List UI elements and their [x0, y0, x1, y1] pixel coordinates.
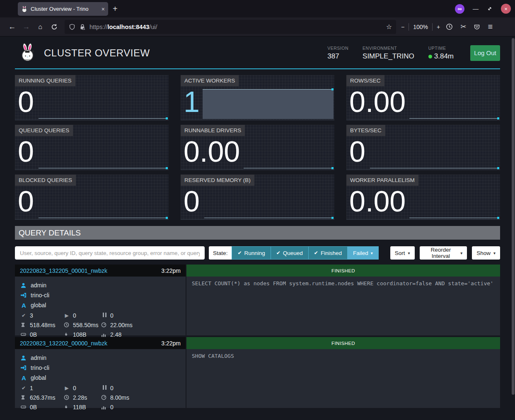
stat-label: RUNNING QUERIES — [15, 75, 75, 86]
history-clock-icon[interactable] — [446, 23, 453, 30]
window-restore-button[interactable] — [487, 6, 493, 12]
query-sql-text[interactable]: SHOW CATALOGS — [186, 349, 500, 408]
cpu-time-gauge-icon — [101, 395, 107, 400]
browser-titlebar: Cluster Overview - Trino × + ∞ — × — [0, 0, 515, 17]
zoom-in-button[interactable]: + — [437, 24, 440, 30]
cumulative-memory-flame-icon — [64, 332, 70, 337]
filter-label: Failed — [353, 250, 368, 256]
cpu-time: 22.00ms — [110, 322, 133, 328]
sparkline — [409, 118, 499, 119]
sort-dropdown[interactable]: Sort ▾ — [390, 246, 415, 260]
back-button[interactable]: ← — [5, 22, 19, 31]
total-time: 2.28s — [73, 394, 87, 401]
stat-value: 0 — [184, 187, 334, 216]
query-user: admin — [31, 282, 46, 289]
check-icon: ✔ — [314, 250, 318, 256]
stat-card-active-workers: ACTIVE WORKERS 1 — [181, 75, 334, 120]
home-button[interactable]: ⌂ — [33, 23, 47, 31]
queued-splits: 0 — [110, 385, 114, 391]
filter-running-button[interactable]: ✔ Running — [232, 246, 271, 260]
chevron-down-icon: ▾ — [460, 251, 462, 255]
screenshot-scissors-icon[interactable]: ✂ — [460, 22, 466, 31]
version-metric: VERSION 387 — [327, 46, 348, 61]
sparkline — [244, 168, 334, 168]
uptime-value: 3.84m — [434, 52, 454, 60]
query-meta: admin trino-cli Aglobal ✔3 ▶0 0 518.48ms… — [15, 277, 186, 335]
parallelism-chart-icon — [101, 332, 107, 337]
sparkline — [39, 118, 168, 119]
query-id-link[interactable]: 20220823_132205_00001_nwbzk — [20, 267, 107, 274]
reload-button[interactable] — [47, 24, 61, 30]
forward-button[interactable]: → — [19, 22, 33, 31]
trino-ui-page: CLUSTER OVERVIEW VERSION 387 ENVIRONMENT… — [0, 36, 515, 420]
filter-failed-dropdown[interactable]: Failed ▾ — [348, 246, 379, 260]
stat-label: BYTES/SEC — [346, 125, 385, 136]
filter-finished-button[interactable]: ✔ Finished — [309, 246, 348, 260]
tab-close-icon[interactable]: × — [102, 6, 105, 12]
query-details-title: QUERY DETAILS — [15, 226, 500, 240]
scrollbar-thumb[interactable] — [512, 38, 515, 395]
sparkline — [39, 218, 168, 218]
menu-hamburger-icon[interactable]: ≡ — [488, 22, 493, 32]
show-dropdown[interactable]: Show ▾ — [472, 246, 500, 260]
check-icon: ✔ — [237, 250, 242, 256]
query-sql-text[interactable]: SELECT COUNT(*) as nodes FROM system.run… — [186, 277, 500, 335]
stat-value: 0.00 — [184, 137, 334, 167]
running-splits-play-icon: ▶ — [64, 313, 70, 318]
completed-splits-check-icon: ✔ — [21, 385, 27, 391]
shield-icon[interactable] — [69, 24, 75, 30]
stat-card-bytes-sec: BYTES/SEC 0 — [346, 125, 500, 170]
query-search-input[interactable] — [15, 246, 205, 260]
uptime-metric: UPTIME 3.84m — [428, 46, 454, 61]
query-id-link[interactable]: 20220823_132202_00000_nwbzk — [20, 340, 107, 347]
filter-label: Finished — [321, 250, 342, 256]
browser-window: Cluster Overview - Trino × + ∞ — × ← → ⌂ — [0, 0, 515, 420]
url-text[interactable]: https://localhost:8443/ui/ — [89, 24, 382, 30]
stat-label: QUEUED QUERIES — [15, 125, 73, 136]
show-label: Show — [476, 250, 491, 256]
query-time: 3:22pm — [161, 340, 181, 347]
sparkline — [203, 89, 334, 119]
wall-time-hourglass-icon — [21, 322, 27, 328]
pocket-icon[interactable] — [474, 24, 480, 30]
lock-warning-icon[interactable] — [79, 24, 86, 30]
zoom-level[interactable]: 100% — [413, 24, 428, 30]
user-icon — [21, 355, 27, 361]
queued-splits: 0 — [110, 312, 114, 319]
cpu-time-gauge-icon — [101, 322, 107, 328]
running-splits-play-icon: ▶ — [64, 385, 70, 391]
trino-bunny-logo — [19, 43, 36, 63]
bookmark-star-icon[interactable]: ☆ — [386, 23, 392, 31]
window-minimize-button[interactable]: — — [473, 5, 479, 12]
browser-tab[interactable]: Cluster Overview - Trino × — [18, 2, 108, 16]
check-icon: ✔ — [276, 250, 280, 256]
version-label: VERSION — [327, 46, 348, 51]
filter-queued-button[interactable]: ✔ Queued — [271, 246, 309, 260]
cumulative-memory-flame-icon — [64, 404, 70, 410]
browser-navbar: ← → ⌂ https://localhost:8443/ui/ ☆ — [0, 17, 515, 36]
zoom-out-button[interactable]: − — [401, 24, 404, 30]
query-id-cell: 20220823_132202_00000_nwbzk 3:22pm — [15, 337, 186, 349]
wall-time: 518.48ms — [30, 322, 55, 328]
reorder-label: Reorder Interval — [424, 247, 458, 259]
query-id-cell: 20220823_132205_00001_nwbzk 3:22pm — [15, 265, 186, 277]
url-bar[interactable]: https://localhost:8443/ui/ ☆ — [65, 20, 396, 34]
stat-label: RUNNABLE DRIVERS — [181, 125, 245, 136]
uptime-label: UPTIME — [428, 46, 454, 51]
reorder-interval-dropdown[interactable]: Reorder Interval ▾ — [420, 246, 467, 260]
page-title: CLUSTER OVERVIEW — [44, 47, 150, 59]
environment-value: SIMPLE_TRINO — [363, 52, 414, 61]
logout-button[interactable]: Log Out — [470, 45, 500, 61]
version-value: 387 — [327, 52, 348, 61]
window-close-button[interactable]: × — [501, 4, 511, 14]
filter-label: Running — [244, 250, 265, 256]
new-tab-button[interactable]: + — [113, 3, 118, 14]
stat-label: ACTIVE WORKERS — [181, 75, 239, 86]
filter-label: Queued — [283, 250, 303, 256]
stat-card-runnable-drivers: RUNNABLE DRIVERS 0.00 — [181, 125, 334, 170]
stats-grid: RUNNING QUERIES 0 ACTIVE WORKERS 1 ROWS/… — [15, 75, 500, 220]
resource-group-icon: A — [21, 374, 27, 381]
total-time-clock-icon — [64, 322, 70, 328]
chevron-down-icon: ▾ — [408, 251, 410, 255]
completed-splits-check-icon: ✔ — [21, 313, 27, 318]
